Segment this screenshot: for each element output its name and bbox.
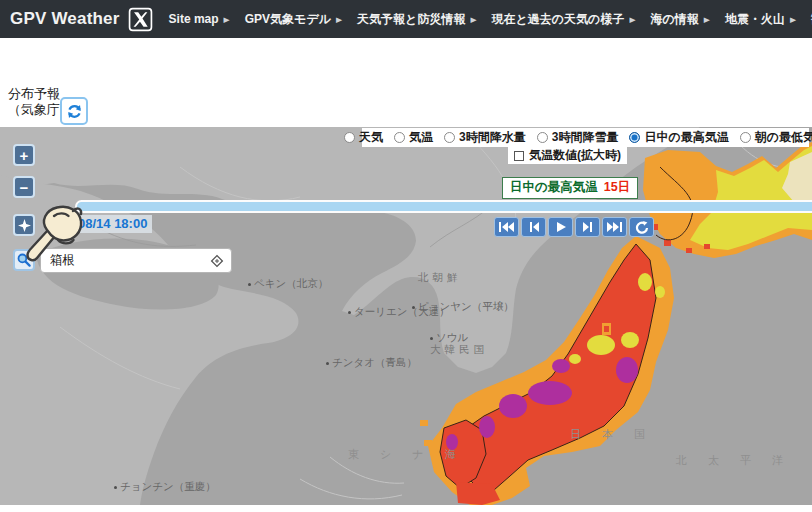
nav-menu: Site map▶ GPV気象モデル▶ 天気予報と防災情報▶ 現在と過去の天気の… [169, 11, 812, 28]
radio-selected-icon [629, 132, 640, 143]
zoom-in-button[interactable]: + [13, 144, 35, 166]
skip-to-end-icon [606, 221, 623, 233]
plus-icon: + [20, 148, 29, 163]
layer-option-precip-3h[interactable]: 3時間降水量 [444, 129, 526, 146]
nav-item-earthquake-volcano[interactable]: 地震・火山▶ [725, 11, 796, 28]
nav-item-forecast-disaster[interactable]: 天気予報と防災情報▶ [357, 11, 476, 28]
city-label: チョンチン（重慶） [114, 480, 216, 494]
chevron-right-icon: ▶ [470, 15, 476, 23]
chevron-right-icon: ▶ [336, 15, 342, 23]
nav-item-sea-info[interactable]: 海の情報▶ [651, 11, 710, 28]
current-layer-flag: 日中の最高気温15日 [502, 177, 638, 199]
chevron-right-icon: ▶ [224, 15, 230, 23]
layer-option-temperature[interactable]: 気温 [394, 129, 433, 146]
layer-option-morning-min-temp[interactable]: 朝の最低気温 [740, 129, 812, 146]
sea-label: 北 太 平 洋 [676, 453, 792, 468]
layer-option-daytime-max-temp[interactable]: 日中の最高気温 [629, 129, 728, 146]
zoom-out-button[interactable]: − [13, 176, 35, 198]
chevron-right-icon: ▶ [629, 15, 635, 23]
place-search-field [40, 248, 232, 273]
city-label: ペキン（北京） [248, 277, 328, 291]
top-nav: GPV Weather Site map▶ GPV気象モデル▶ 天気予報と防災情… [0, 0, 812, 38]
city-dot-icon [348, 311, 351, 314]
radio-icon [537, 132, 548, 143]
radio-icon [444, 132, 455, 143]
chevron-right-icon: ▶ [704, 15, 710, 23]
play-icon [555, 221, 567, 233]
layer-select-bar: 天気 気温 3時間降水量 3時間降雪量 日中の最高気温 朝の最低気温 [362, 128, 809, 147]
refresh-button[interactable] [60, 97, 88, 125]
city-dot-icon [412, 306, 415, 309]
skip-to-end-button[interactable] [602, 217, 627, 237]
nav-item-gpv-models[interactable]: GPV気象モデル▶ [245, 11, 342, 28]
layer-option-snowfall-3h[interactable]: 3時間降雪量 [537, 129, 619, 146]
sea-label: 東 シ ナ 海 [348, 447, 465, 462]
radio-icon [740, 132, 751, 143]
x-social-icon[interactable] [128, 7, 153, 32]
playback-controls [494, 217, 654, 237]
weather-map[interactable]: ペキン（北京） ターリエン（大連） ピョンヤン（平壌） ソウル チンタオ（青島）… [0, 127, 812, 505]
search-icon [17, 253, 31, 267]
radio-icon [344, 132, 355, 143]
nav-item-current-past-weather[interactable]: 現在と過去の天気の様子▶ [492, 11, 636, 28]
city-dot-icon [248, 283, 251, 286]
city-dot-icon [430, 337, 433, 340]
sea-label: 日 本 国 [570, 427, 654, 442]
refresh-icon [66, 103, 83, 120]
skip-to-start-button[interactable] [494, 217, 519, 237]
chevron-right-icon: ▶ [790, 15, 796, 23]
play-button[interactable] [548, 217, 573, 237]
brand-logo[interactable]: GPV Weather [10, 9, 120, 29]
step-forward-button[interactable] [575, 217, 600, 237]
minus-icon: − [20, 180, 29, 195]
replay-button[interactable] [629, 217, 654, 237]
step-back-button[interactable] [521, 217, 546, 237]
step-back-icon [527, 221, 541, 233]
skip-to-start-icon [498, 221, 515, 233]
timestamp-label: 08/14 18:00 [73, 215, 152, 233]
region-label: 北朝鮮 [418, 271, 462, 285]
forecast-day: 15日 [604, 180, 630, 194]
city-label: ピョンヤン（平壌） [412, 300, 514, 314]
city-label: チンタオ（青島） [326, 356, 417, 370]
temp-numbers-checkbox[interactable]: 気温数値(拡大時) [508, 147, 627, 164]
region-label: 大韓民国 [430, 343, 488, 357]
step-forward-icon [581, 221, 595, 233]
city-dot-icon [326, 362, 329, 365]
geocode-diamond-icon[interactable] [210, 254, 224, 268]
city-dot-icon [114, 486, 117, 489]
recenter-button[interactable] [13, 214, 35, 236]
place-search-input[interactable] [41, 254, 210, 268]
time-slider[interactable] [75, 200, 812, 213]
radio-icon [394, 132, 405, 143]
replay-icon [635, 221, 649, 234]
map-search-button[interactable] [13, 249, 35, 271]
nav-item-sitemap[interactable]: Site map▶ [169, 12, 230, 26]
checkbox-icon [514, 151, 524, 161]
layer-option-weather[interactable]: 天気 [344, 129, 383, 146]
compass-icon [18, 219, 31, 232]
